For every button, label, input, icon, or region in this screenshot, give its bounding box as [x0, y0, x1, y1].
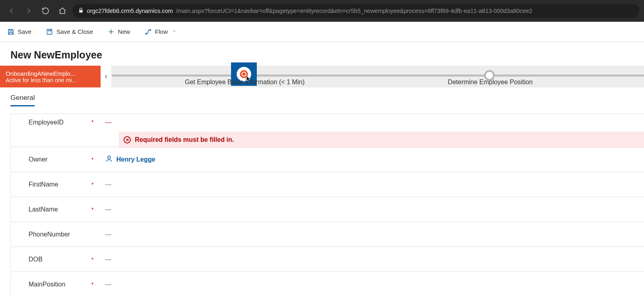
field-firstname[interactable]: FirstName * ---: [11, 172, 644, 197]
field-label: MainPosition: [11, 281, 91, 288]
bpf-stage-2[interactable]: Determine Employee Position: [410, 66, 571, 87]
page-title: New NewEmployee: [10, 49, 634, 61]
field-label: FirstName: [11, 181, 91, 188]
address-bar[interactable]: orgc27fdeb6.crm5.dynamics.com/main.aspx?…: [72, 4, 639, 18]
plus-icon: [107, 28, 115, 35]
field-value[interactable]: ---: [103, 119, 644, 126]
nav-reload-button[interactable]: [39, 4, 52, 18]
error-text: Required fields must be filled in.: [135, 136, 234, 143]
field-value[interactable]: Henry Legge: [103, 155, 644, 164]
save-button[interactable]: Save: [5, 27, 34, 37]
url-path: /main.aspx?forceUCI=1&navbar=off&pagetyp…: [176, 8, 533, 14]
field-label: EmployeeID: [11, 119, 91, 126]
bpf-stages: Get Employee Basic Information (< 1 Min)…: [112, 66, 644, 87]
bpf-process-duration: Active for less than one mi...: [6, 77, 96, 83]
svg-point-2: [108, 156, 111, 159]
flow-button[interactable]: Flow: [142, 27, 179, 37]
field-value[interactable]: ---: [103, 281, 644, 288]
svg-point-0: [145, 33, 147, 34]
browser-chrome: orgc27fdeb6.crm5.dynamics.com/main.aspx?…: [0, 0, 644, 22]
bpf-process-name: OnboardingANewEmplo...: [6, 70, 96, 77]
tab-list: General: [0, 87, 644, 106]
required-indicator: *: [91, 181, 103, 188]
command-bar: Save Save & Close New Flow: [0, 22, 644, 42]
save-close-label: Save & Close: [56, 28, 93, 35]
field-value[interactable]: ---: [103, 181, 644, 188]
bpf-stage-2-label: Determine Employee Position: [448, 79, 533, 86]
field-value[interactable]: ---: [103, 206, 644, 213]
chevron-down-icon: [172, 29, 177, 35]
save-close-icon: [46, 28, 53, 35]
required-indicator: *: [91, 206, 103, 213]
new-button[interactable]: New: [105, 27, 132, 37]
flow-icon: [144, 28, 152, 35]
flow-label: Flow: [155, 28, 168, 35]
save-label: Save: [18, 28, 31, 35]
business-process-flow: OnboardingANewEmplo... Active for less t…: [0, 66, 644, 87]
field-lastname[interactable]: LastName * ---: [11, 197, 644, 222]
required-indicator: *: [91, 119, 103, 125]
field-dob[interactable]: DOB * ---: [11, 247, 644, 272]
required-indicator: *: [91, 156, 103, 163]
field-label: LastName: [11, 206, 91, 213]
nav-back-button[interactable]: [5, 4, 19, 18]
tab-general[interactable]: General: [10, 94, 35, 106]
error-banner: ✕ Required fields must be filled in.: [119, 132, 644, 148]
save-close-button[interactable]: Save & Close: [43, 27, 95, 37]
url-domain: orgc27fdeb6.crm5.dynamics.com: [87, 8, 173, 14]
field-label: PhoneNumber: [11, 231, 91, 238]
field-employeeid[interactable]: EmployeeID * --- ✕ Required fields must …: [11, 114, 644, 147]
bpf-collapse-button[interactable]: [101, 66, 112, 87]
required-indicator: *: [91, 256, 103, 263]
tab-general-label: General: [10, 94, 35, 102]
field-owner[interactable]: Owner * Henry Legge: [11, 147, 644, 172]
field-phonenumber[interactable]: PhoneNumber ---: [11, 222, 644, 247]
field-label: DOB: [11, 256, 91, 263]
field-value[interactable]: ---: [103, 231, 644, 238]
bpf-process-header[interactable]: OnboardingANewEmplo... Active for less t…: [0, 66, 101, 87]
nav-home-button[interactable]: [56, 4, 69, 18]
new-label: New: [118, 28, 130, 35]
bpf-stage-1-label: Get Employee Basic Information (< 1 Min): [185, 79, 304, 86]
person-icon: [105, 155, 113, 164]
required-indicator: *: [91, 281, 103, 288]
field-value[interactable]: ---: [103, 256, 644, 263]
svg-point-1: [150, 29, 151, 31]
nav-forward-button[interactable]: [22, 4, 35, 18]
field-mainposition[interactable]: MainPosition * ---: [11, 272, 644, 297]
bpf-stage-1[interactable]: Get Employee Basic Information (< 1 Min): [144, 66, 345, 87]
owner-name: Henry Legge: [116, 156, 155, 163]
save-icon: [7, 28, 14, 35]
lock-icon: [78, 8, 84, 15]
error-icon: ✕: [124, 136, 131, 143]
form-section: EmployeeID * --- ✕ Required fields must …: [10, 114, 644, 297]
page-header: New NewEmployee: [0, 42, 644, 66]
owner-lookup[interactable]: Henry Legge: [105, 155, 155, 164]
field-label: Owner: [11, 156, 91, 163]
